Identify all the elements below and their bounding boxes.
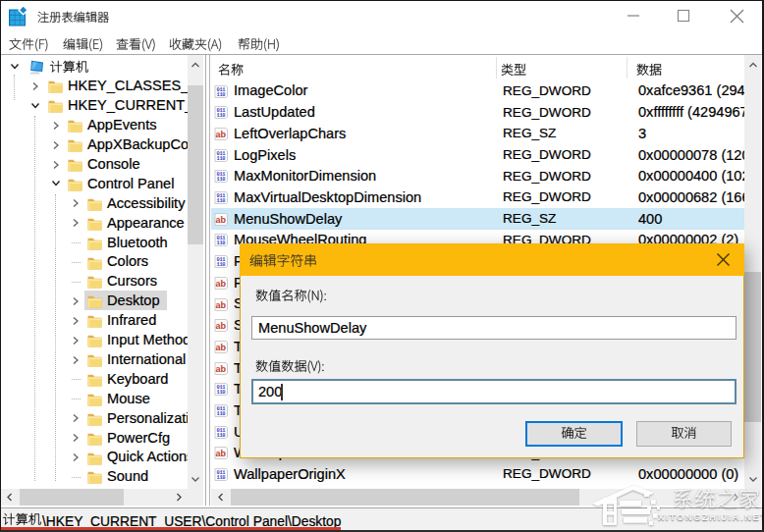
- svg-text:ab: ab: [216, 343, 227, 352]
- svg-text:ab: ab: [216, 214, 227, 224]
- svg-text:110: 110: [217, 177, 226, 183]
- svg-text:110: 110: [217, 92, 226, 98]
- svg-text:110: 110: [217, 113, 226, 119]
- svg-text:ab: ab: [216, 299, 227, 309]
- svg-text:ab: ab: [216, 321, 227, 331]
- svg-text:110: 110: [217, 262, 226, 268]
- svg-text:ab: ab: [216, 363, 227, 373]
- svg-text:110: 110: [217, 411, 226, 417]
- svg-text:110: 110: [217, 156, 226, 162]
- svg-text:110: 110: [217, 433, 226, 439]
- svg-text:110: 110: [217, 198, 226, 204]
- svg-text:ab: ab: [216, 279, 227, 289]
- svg-text:ab: ab: [216, 449, 227, 458]
- svg-text:ab: ab: [216, 130, 227, 139]
- svg-text:110: 110: [217, 390, 226, 396]
- svg-text:110: 110: [217, 475, 226, 481]
- svg-text:110: 110: [217, 240, 226, 246]
